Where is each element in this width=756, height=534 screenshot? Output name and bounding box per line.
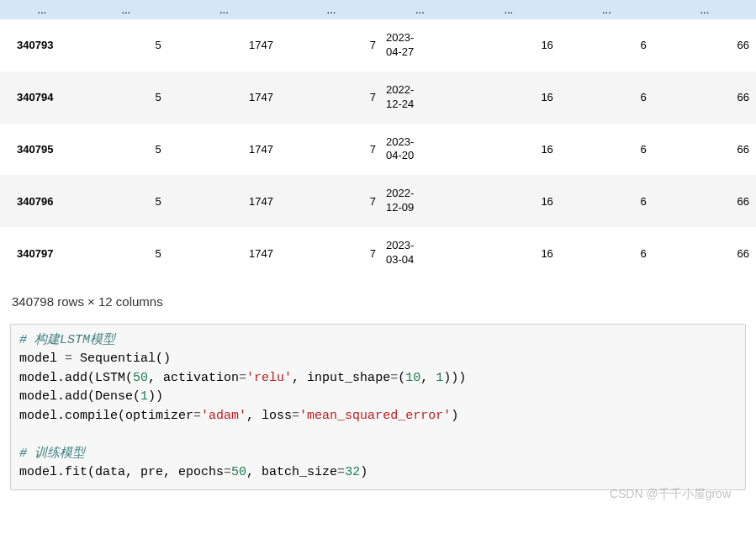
cell: 16 bbox=[457, 71, 560, 124]
cell: 16 bbox=[457, 227, 560, 279]
table-row: 340794 5 1747 7 2022-12-24 16 6 66 bbox=[0, 71, 756, 124]
cell: 7 bbox=[280, 124, 383, 176]
cell: 5 bbox=[84, 227, 168, 279]
cell: 1747 bbox=[168, 71, 280, 124]
code-content[interactable]: # 构建LSTM模型 model = Sequential() model.ad… bbox=[19, 331, 737, 483]
table-row: 340797 5 1747 7 2023-03-04 16 6 66 bbox=[0, 227, 756, 279]
code-cell[interactable]: # 构建LSTM模型 model = Sequential() model.ad… bbox=[10, 324, 746, 490]
cell-date: 2023-03-04 bbox=[383, 227, 457, 279]
cell: 7 bbox=[280, 175, 383, 227]
ell-cell: ... bbox=[0, 0, 84, 19]
cell-date: 2022-12-24 bbox=[383, 71, 457, 124]
row-index: 340795 bbox=[0, 124, 84, 176]
ell-cell: ... bbox=[560, 0, 653, 19]
ell-cell: ... bbox=[457, 0, 560, 19]
ell-cell: ... bbox=[280, 0, 383, 19]
cell: 6 bbox=[560, 19, 653, 71]
ell-cell: ... bbox=[653, 0, 756, 19]
ell-cell: ... bbox=[84, 0, 168, 19]
cell: 6 bbox=[560, 227, 653, 279]
table-row: 340796 5 1747 7 2022-12-09 16 6 66 bbox=[0, 175, 756, 227]
cell: 16 bbox=[457, 124, 560, 176]
cell-date: 2023-04-20 bbox=[383, 124, 457, 176]
cell: 1747 bbox=[168, 124, 280, 176]
table-row: 340795 5 1747 7 2023-04-20 16 6 66 bbox=[0, 124, 756, 176]
dataframe-summary: 340798 rows × 12 columns bbox=[0, 279, 756, 324]
dataframe-table: ... ... ... ... ... ... ... ... 340793 5… bbox=[0, 0, 756, 279]
cell: 66 bbox=[653, 19, 756, 71]
cell: 66 bbox=[653, 175, 756, 227]
cell: 5 bbox=[84, 71, 168, 124]
cell: 7 bbox=[280, 227, 383, 279]
notebook-output: ... ... ... ... ... ... ... ... 340793 5… bbox=[0, 0, 756, 502]
cell: 5 bbox=[84, 19, 168, 71]
cell: 16 bbox=[457, 175, 560, 227]
cell: 16 bbox=[457, 19, 560, 71]
cell: 66 bbox=[653, 124, 756, 176]
ell-cell: ... bbox=[168, 0, 280, 19]
cell: 1747 bbox=[168, 19, 280, 71]
row-index: 340796 bbox=[0, 175, 84, 227]
cell: 6 bbox=[560, 175, 653, 227]
table-row: 340793 5 1747 7 2023-04-27 16 6 66 bbox=[0, 19, 756, 71]
cell: 7 bbox=[280, 19, 383, 71]
row-index: 340797 bbox=[0, 227, 84, 279]
cell: 6 bbox=[560, 124, 653, 176]
ellipsis-row: ... ... ... ... ... ... ... ... bbox=[0, 0, 756, 19]
cell-date: 2023-04-27 bbox=[383, 19, 457, 71]
cell-date: 2022-12-09 bbox=[383, 175, 457, 227]
cell: 66 bbox=[653, 71, 756, 124]
cell: 6 bbox=[560, 71, 653, 124]
cell: 5 bbox=[84, 124, 168, 176]
cell: 5 bbox=[84, 175, 168, 227]
cell: 7 bbox=[280, 71, 383, 124]
cell: 1747 bbox=[168, 227, 280, 279]
row-index: 340793 bbox=[0, 19, 84, 71]
cell: 66 bbox=[653, 227, 756, 279]
cell: 1747 bbox=[168, 175, 280, 227]
row-index: 340794 bbox=[0, 71, 84, 124]
ell-cell: ... bbox=[383, 0, 457, 19]
